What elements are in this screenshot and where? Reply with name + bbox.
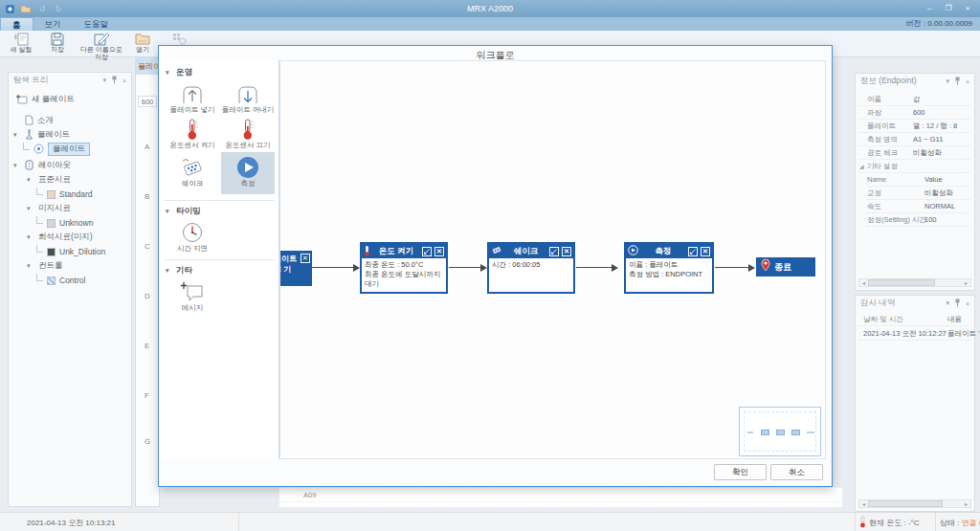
unknown-swatch (47, 219, 56, 228)
node-detail-line: 최종 온도에 도달시까지 대기 (365, 270, 443, 289)
panel-menu-icon[interactable]: ▾ (946, 77, 949, 85)
panel-close-icon[interactable]: × (966, 78, 969, 85)
plate-node-icon (33, 144, 44, 156)
tree-item-unknown[interactable]: Unknown (36, 216, 93, 230)
palette-item-temp-on[interactable]: 온도센서 켜기 (166, 118, 219, 150)
new-experiment-button[interactable]: 새 실험 (4, 32, 38, 57)
tree-group-layout[interactable]: ▾ 레이아웃 (13, 159, 71, 172)
tree-item-plate-selected[interactable]: 플레이트 (23, 143, 90, 156)
tree-group-control[interactable]: ▾ 컨트롤 (27, 259, 63, 273)
status-connection: 상태 : 연결 해제됨 (935, 513, 980, 531)
navigation-panel-header: 탐색 트리 ▾ × (9, 73, 131, 88)
audit-horizontal-scrollbar[interactable]: ◂ ▸ (858, 499, 971, 508)
plate-cell-label: A09 (303, 491, 316, 499)
panel-close-icon[interactable]: × (122, 77, 126, 84)
node-delete-icon[interactable]: ✕ (301, 254, 310, 263)
node-delete-icon[interactable]: ✕ (434, 247, 444, 256)
expander-icon[interactable]: ▾ (13, 162, 21, 169)
save-as-button[interactable]: 다른 이름으로 저장 (77, 32, 126, 57)
expander-icon[interactable]: ▾ (27, 205, 34, 212)
status-bar: 2021-04-13 오전 10:13:21 현재 온도 : -°C 상태 : … (0, 512, 980, 531)
node-temp-on[interactable]: 온도 켜기 ✕ 최종 온도 : 50.0°C 최종 온도에 도달시까지 대기 (360, 242, 448, 294)
palette-item-temp-off[interactable]: 온도센서 끄기 (221, 118, 275, 150)
new-experiment-icon (4, 32, 38, 46)
pin-icon[interactable] (954, 299, 961, 308)
audit-column-header: 날짜 및 시간 내용 (859, 313, 970, 326)
ribbon-tabs: 홈 보기 도움말 (0, 17, 980, 31)
scroll-right-icon[interactable]: ▸ (962, 279, 970, 286)
palette-section-timing[interactable]: ▾타이밍 (166, 206, 201, 217)
info-subtable-header: NameValue (867, 173, 970, 187)
close-button[interactable]: × (959, 3, 976, 15)
workflow-canvas[interactable]: 레이트 넣 기 ✕ 온도 켜기 ✕ 최종 온도 : 50.0°C 최종 온도에 … (279, 60, 826, 459)
new-plate-button[interactable]: 새 플레이트 (15, 93, 75, 106)
maximize-button[interactable]: ❐ (940, 3, 957, 15)
node-edit-icon[interactable] (549, 247, 559, 256)
info-horizontal-scrollbar[interactable]: ◂ ▸ (858, 278, 971, 287)
palette-item-shake[interactable]: 쉐이크 (166, 156, 219, 188)
tree-group-plate[interactable]: ▾ 플레이트 (13, 128, 70, 142)
plate-document-tab[interactable]: 플레이 (136, 58, 159, 75)
minimap-node (747, 431, 753, 433)
palette-item-plate-out[interactable]: 플레이트 꺼내기 (221, 82, 275, 115)
node-edit-icon[interactable] (422, 247, 432, 256)
tree-item-dilution[interactable]: Unk_Dilution (36, 245, 105, 258)
node-detail-line: 측정 방법 : ENDPOINT (629, 270, 709, 279)
node-shake[interactable]: 쉐이크 ✕ 시간 : 06:00:05 (487, 242, 575, 294)
canvas-minimap[interactable] (739, 407, 821, 456)
save-button[interactable]: 저장 (42, 32, 73, 57)
audit-panel-title: 감사 내역 (860, 298, 895, 309)
info-row-other-settings[interactable]: ◢기타 설정 (859, 160, 970, 173)
tree-item-standard[interactable]: Standard (36, 188, 93, 201)
scroll-right-icon[interactable]: ▸ (962, 500, 970, 507)
audit-row[interactable]: 2021-04-13 오전 10:12:27 플레이트 '플레 (859, 327, 970, 341)
tab-view[interactable]: 보기 (33, 17, 73, 31)
tree-group-dilution[interactable]: ▾ 희석시료(미지) (27, 231, 93, 244)
node-plate-in-clipped[interactable]: 레이트 넣 기 ✕ (279, 251, 312, 286)
node-delete-icon[interactable]: ✕ (701, 247, 710, 256)
expander-icon[interactable]: ▾ (27, 233, 34, 241)
expander-icon[interactable]: ▾ (27, 262, 34, 270)
tab-home[interactable]: 홈 (0, 17, 33, 31)
tree-item-control[interactable]: Control (36, 274, 85, 287)
shake-node-icon (491, 245, 502, 257)
plate-row-label: B (145, 192, 149, 201)
panel-menu-icon[interactable]: ▾ (102, 77, 106, 84)
sub-expander-icon[interactable]: ◢ (859, 163, 867, 169)
info-row: 측정 영역A1 ~ G11 (859, 133, 970, 146)
open-button[interactable]: 열기 (128, 32, 157, 57)
workflow-dialog: 워크플로 ▾운영 플레이트 넣기 플레이트 꺼내기 온도센서 켜기 온도센서 끄… (158, 45, 833, 487)
connector (312, 267, 358, 268)
node-edit-icon[interactable] (688, 247, 698, 256)
node-end[interactable]: 종료 (756, 257, 815, 277)
ok-button[interactable]: 확인 (714, 464, 767, 480)
palette-item-message[interactable]: 메시지 (166, 280, 219, 313)
palette-item-plate-in[interactable]: 플레이트 넣기 (166, 82, 219, 115)
workflow-palette: ▾운영 플레이트 넣기 플레이트 꺼내기 온도센서 켜기 온도센서 끄기 쉐이크 (160, 60, 279, 459)
dialog-title: 워크플로 (159, 46, 832, 60)
scroll-left-icon[interactable]: ◂ (859, 500, 868, 507)
plate-row-label: G (145, 437, 150, 446)
scroll-left-icon[interactable]: ◂ (859, 279, 868, 286)
node-measure[interactable]: 측정 ✕ 이름 : 플레이트 측정 방법 : ENDPOINT (624, 242, 714, 294)
panel-close-icon[interactable]: × (966, 300, 969, 307)
tree-item-intro[interactable]: 소개 (25, 114, 54, 127)
minimize-button[interactable]: – (921, 3, 938, 15)
palette-section-etc[interactable]: ▾기타 (166, 265, 192, 277)
tree-group-unknown[interactable]: ▾ 미지시료 (27, 202, 71, 215)
expander-icon[interactable]: ▾ (27, 176, 34, 184)
minimap-node (791, 430, 800, 435)
minimap-node (807, 431, 814, 433)
expander-icon[interactable]: ▾ (13, 131, 21, 139)
tab-help[interactable]: 도움말 (73, 17, 121, 31)
pin-icon[interactable] (954, 77, 961, 86)
palette-item-delay[interactable]: 시간 지연 (166, 221, 219, 254)
wavelength-value[interactable]: 600 (138, 96, 157, 107)
node-delete-icon[interactable]: ✕ (562, 247, 571, 256)
palette-item-measure[interactable]: 측정 (221, 152, 275, 194)
palette-section-operations[interactable]: ▾운영 (166, 67, 192, 78)
tree-group-standard[interactable]: ▾ 표준시료 (27, 173, 71, 187)
cancel-button[interactable]: 취소 (770, 464, 823, 480)
pin-icon[interactable] (111, 76, 118, 85)
panel-menu-icon[interactable]: ▾ (946, 299, 949, 307)
